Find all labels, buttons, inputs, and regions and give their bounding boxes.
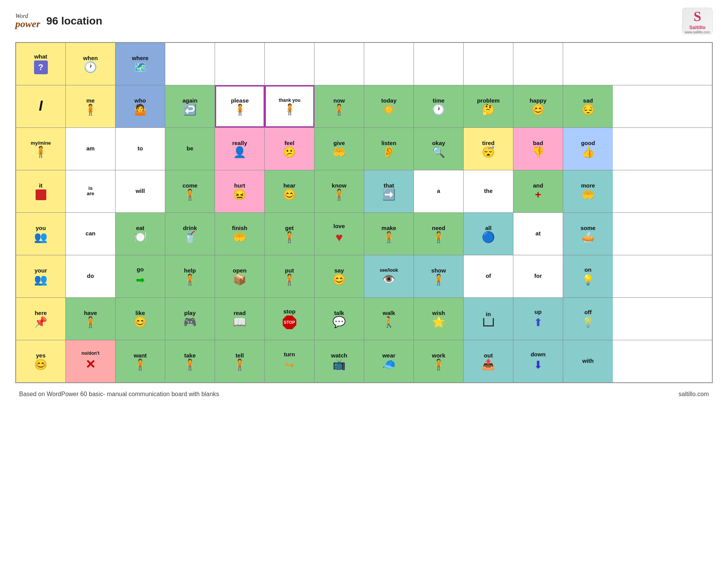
cell-tired[interactable]: tired 😴 bbox=[464, 128, 513, 170]
cell-it[interactable]: it bbox=[16, 170, 66, 212]
cell-happy[interactable]: happy 😊 bbox=[513, 85, 563, 127]
cell-feel[interactable]: feel 😕 bbox=[265, 128, 314, 170]
cell-talk[interactable]: talk 💬 bbox=[314, 298, 364, 340]
cell-up[interactable]: up ⬆ bbox=[513, 298, 563, 340]
cell-watch[interactable]: watch 📺 bbox=[314, 340, 364, 382]
cell-who[interactable]: who 🤷 bbox=[116, 85, 165, 127]
cell-wish[interactable]: wish 🌟 bbox=[414, 298, 464, 340]
cell-be[interactable]: be bbox=[165, 128, 215, 170]
cell-I[interactable]: I bbox=[16, 85, 66, 127]
cell-to[interactable]: to bbox=[116, 128, 165, 170]
cell-yes[interactable]: yes 😊 bbox=[16, 340, 66, 382]
cell-can[interactable]: can bbox=[66, 213, 116, 255]
cell-make[interactable]: make 🧍 bbox=[364, 213, 414, 255]
cell-for[interactable]: for bbox=[513, 255, 563, 297]
cell-want[interactable]: want 🧍 bbox=[116, 340, 165, 382]
cell-no[interactable]: no/don't ✕ bbox=[66, 340, 116, 382]
cell-bad[interactable]: bad 👎 bbox=[513, 128, 563, 170]
cell-out[interactable]: out 📤 bbox=[464, 340, 513, 382]
cell-go[interactable]: go ➡ bbox=[116, 255, 165, 297]
cell-work[interactable]: work 🧍 bbox=[414, 340, 464, 382]
cell-drink[interactable]: drink 🥤 bbox=[165, 213, 215, 255]
cell-of[interactable]: of bbox=[464, 255, 513, 297]
cell-here[interactable]: here 📌 bbox=[16, 298, 66, 340]
cell-and[interactable]: and + bbox=[513, 170, 563, 212]
cell-finish[interactable]: finish 🤲 bbox=[215, 213, 265, 255]
cell-me-label: me bbox=[86, 98, 95, 104]
cell-what[interactable]: what ? bbox=[16, 43, 66, 85]
cell-where-label: where bbox=[132, 55, 148, 62]
cell-seelook[interactable]: see/look 👁️ bbox=[364, 255, 414, 297]
cell-have[interactable]: have 🧍 bbox=[66, 298, 116, 340]
cell-problem[interactable]: problem 🤔 bbox=[464, 85, 513, 127]
cell-mymine[interactable]: my/mine 🧍 bbox=[16, 128, 66, 170]
cell-turn[interactable]: turn ↪ bbox=[265, 340, 314, 382]
cell-am[interactable]: am bbox=[66, 128, 116, 170]
cell-a[interactable]: a bbox=[414, 170, 464, 212]
cell-good[interactable]: good 👍 bbox=[563, 128, 613, 170]
cell-help[interactable]: help 🧍 bbox=[165, 255, 215, 297]
cell-listen[interactable]: listen 👂 bbox=[364, 128, 414, 170]
cell-play[interactable]: play 🎮 bbox=[165, 298, 215, 340]
cell-thankyou[interactable]: thank you 🧍 bbox=[265, 85, 314, 127]
cell-walk[interactable]: walk 🚶 bbox=[364, 298, 414, 340]
cell-time[interactable]: time 🕐 bbox=[414, 85, 464, 127]
cell-show[interactable]: show 🧍 bbox=[414, 255, 464, 297]
cell-open[interactable]: open 📦 bbox=[215, 255, 265, 297]
thankyou-icon: 🧍 bbox=[283, 104, 296, 115]
cell-all[interactable]: all 🔵 bbox=[464, 213, 513, 255]
listen-icon: 👂 bbox=[382, 147, 396, 158]
hurt-icon: 😖 bbox=[233, 189, 246, 200]
cell-need[interactable]: need 🧍 bbox=[414, 213, 464, 255]
cell-when[interactable]: when 🕐 bbox=[66, 43, 116, 85]
cell-really[interactable]: really 👤 bbox=[215, 128, 265, 170]
cell-now[interactable]: now 🧍 bbox=[314, 85, 364, 127]
cell-get[interactable]: get 🧍 bbox=[265, 213, 314, 255]
cell-off[interactable]: off 💡 bbox=[563, 298, 613, 340]
cell-some[interactable]: some 🥧 bbox=[563, 213, 613, 255]
cell-come[interactable]: come 🧍 bbox=[165, 170, 215, 212]
cell-know[interactable]: know 🧍 bbox=[314, 170, 364, 212]
logo-power: power bbox=[15, 19, 40, 29]
cell-that[interactable]: that ➡️ bbox=[364, 170, 414, 212]
cell-the[interactable]: the bbox=[464, 170, 513, 212]
cell-in[interactable]: in bbox=[464, 298, 513, 340]
cell-is-are[interactable]: isare bbox=[66, 170, 116, 212]
cell-at[interactable]: at bbox=[513, 213, 563, 255]
cell-me[interactable]: me 🧍 bbox=[66, 85, 116, 127]
cell-give[interactable]: give 🤲 bbox=[314, 128, 364, 170]
cell-love[interactable]: love ♥ bbox=[314, 213, 364, 255]
stop-icon: STOP bbox=[283, 315, 296, 329]
cell-your[interactable]: your 👥 bbox=[16, 255, 66, 297]
cell-today[interactable]: today ☀️ bbox=[364, 85, 414, 127]
cell-read[interactable]: read 📖 bbox=[215, 298, 265, 340]
cell-hear[interactable]: hear 😊 bbox=[265, 170, 314, 212]
cell-eat[interactable]: eat 🍽️ bbox=[116, 213, 165, 255]
header-left: Word power 96 location bbox=[15, 13, 102, 29]
cell-wear[interactable]: wear 🧢 bbox=[364, 340, 414, 382]
cell-say[interactable]: say 😊 bbox=[314, 255, 364, 297]
cell-tell[interactable]: tell 🧍 bbox=[215, 340, 265, 382]
cell-put[interactable]: put 🧍 bbox=[265, 255, 314, 297]
heart-icon: ♥ bbox=[335, 230, 343, 245]
cell-down[interactable]: down ⬇ bbox=[513, 340, 563, 382]
cell-with[interactable]: with bbox=[563, 340, 613, 382]
cell-hurt[interactable]: hurt 😖 bbox=[215, 170, 265, 212]
cell-do[interactable]: do bbox=[66, 255, 116, 297]
cell-please[interactable]: please 🧍 bbox=[215, 85, 265, 127]
cell-more[interactable]: more 🤲 bbox=[563, 170, 613, 212]
cell-like[interactable]: like 😊 bbox=[116, 298, 165, 340]
bulb-off-icon: 💡 bbox=[582, 317, 594, 328]
cell-on[interactable]: on 💡 bbox=[563, 255, 613, 297]
plus-icon: + bbox=[535, 189, 541, 200]
cell-you[interactable]: you 👥 bbox=[16, 213, 66, 255]
up-arrow-icon: ⬆ bbox=[534, 316, 542, 329]
cell-take[interactable]: take 🧍 bbox=[165, 340, 215, 382]
cell-okay[interactable]: okay 🔍 bbox=[414, 128, 464, 170]
cell-out-label: out bbox=[484, 352, 493, 359]
cell-sad[interactable]: sad 😔 bbox=[563, 85, 613, 127]
cell-again[interactable]: again ↩️ bbox=[165, 85, 215, 127]
cell-will[interactable]: will bbox=[116, 170, 165, 212]
cell-where[interactable]: where 🗺️ bbox=[116, 43, 165, 85]
cell-stop[interactable]: stop STOP bbox=[265, 298, 314, 340]
